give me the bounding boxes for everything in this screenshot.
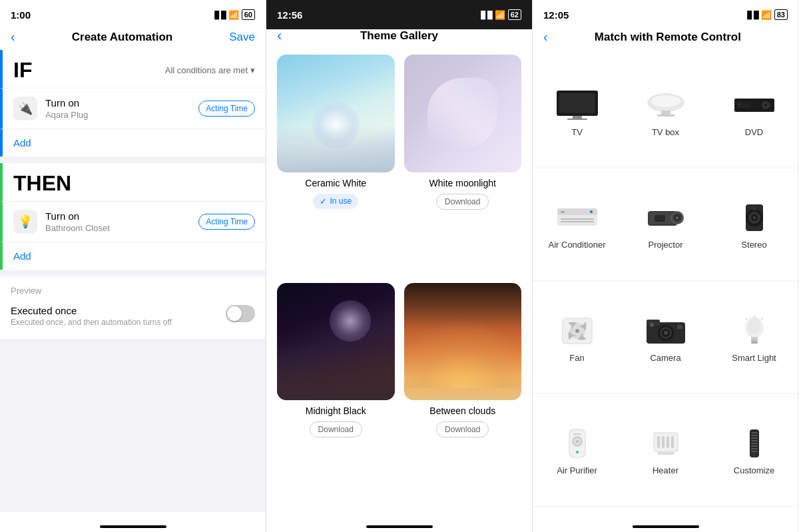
home-bar-2 bbox=[366, 525, 433, 528]
tv-icon bbox=[554, 89, 601, 122]
chevron-down-icon: ▾ bbox=[250, 65, 255, 75]
device-item-stereo[interactable]: Stereo bbox=[710, 168, 798, 282]
svg-rect-62 bbox=[662, 436, 665, 448]
svg-rect-6 bbox=[661, 111, 670, 115]
theme-card-ceramic[interactable]: Ceramic White ✓ In use bbox=[277, 55, 395, 274]
back-button-3[interactable]: ‹ bbox=[543, 29, 548, 45]
acting-time-badge-if[interactable]: Acting Time bbox=[198, 101, 255, 117]
add-if-button[interactable]: Add bbox=[0, 129, 266, 156]
svg-point-12 bbox=[764, 104, 767, 107]
svg-point-35 bbox=[575, 329, 579, 333]
device-item-tvbox[interactable]: TV box bbox=[621, 55, 710, 168]
battery-icon-3: 83 bbox=[774, 9, 788, 20]
executed-title: Executed once bbox=[11, 305, 172, 316]
device-label-smartlight: Smart Light bbox=[732, 353, 776, 363]
download-badge-midnight[interactable]: Download bbox=[310, 421, 362, 437]
home-indicator-2 bbox=[266, 512, 532, 532]
signal-icon-3: ▐▌█ bbox=[744, 11, 758, 19]
theme-card-clouds[interactable]: Between clouds Download bbox=[404, 283, 522, 502]
panel-theme-gallery: 12:56 ▐▌█ 📶 62 ‹ Theme Gallery Ceramic W… bbox=[266, 0, 533, 532]
theme-name-moonlight: White moonlight bbox=[429, 178, 496, 188]
svg-rect-42 bbox=[677, 325, 682, 329]
theme-image-ceramic bbox=[277, 55, 395, 172]
download-badge-clouds[interactable]: Download bbox=[436, 421, 489, 437]
device-item-camera[interactable]: Camera bbox=[621, 281, 710, 394]
back-button-2[interactable]: ‹ bbox=[277, 27, 282, 45]
status-icons-3: ▐▌█ 📶 83 bbox=[744, 9, 788, 20]
if-item-action: Turn on bbox=[45, 97, 190, 109]
svg-rect-7 bbox=[657, 115, 674, 117]
device-label-stereo: Stereo bbox=[741, 240, 766, 250]
wifi-icon-3: 📶 bbox=[761, 10, 772, 20]
svg-point-5 bbox=[651, 95, 680, 107]
add-then-button[interactable]: Add bbox=[0, 242, 266, 270]
panel-remote-control: 12:05 ▐▌█ 📶 83 ‹ Match with Remote Contr… bbox=[533, 0, 799, 532]
nav-bar-2: ‹ Theme Gallery bbox=[266, 29, 532, 48]
device-item-customize[interactable]: Customize bbox=[710, 394, 798, 507]
svg-point-30 bbox=[753, 216, 756, 219]
device-item-projector[interactable]: Projector bbox=[621, 168, 710, 282]
svg-rect-67 bbox=[751, 432, 758, 433]
then-automation-item[interactable]: 💡 Turn on Bathroom Closet Acting Time bbox=[0, 201, 266, 242]
svg-rect-64 bbox=[671, 436, 674, 448]
device-label-tvbox: TV box bbox=[652, 127, 679, 137]
home-indicator-3 bbox=[533, 512, 798, 532]
svg-rect-65 bbox=[657, 452, 674, 455]
theme-name-midnight: Midnight Black bbox=[306, 405, 366, 416]
device-item-smartlight[interactable]: Smart Light bbox=[710, 281, 798, 394]
page-title-3: Match with Remote Control bbox=[548, 31, 788, 44]
conditions-met[interactable]: All conditions are met ▾ bbox=[165, 65, 255, 75]
if-section: IF All conditions are met ▾ 🔌 Turn on Aq… bbox=[0, 50, 266, 156]
status-icons-2: ▐▌█ 📶 62 bbox=[478, 9, 521, 20]
then-item-action: Turn on bbox=[45, 210, 190, 222]
device-label-camera: Camera bbox=[650, 353, 680, 363]
device-item-tv[interactable]: TV bbox=[533, 55, 621, 168]
in-use-label: In use bbox=[330, 196, 352, 206]
nav-bar-1: ‹ Create Automation Save bbox=[0, 29, 266, 50]
svg-rect-70 bbox=[751, 440, 758, 441]
wifi-icon-2: 📶 bbox=[495, 10, 505, 20]
if-item-info: Turn on Aqara Plug bbox=[45, 97, 190, 120]
stereo-icon bbox=[731, 201, 778, 234]
acting-time-badge-then[interactable]: Acting Time bbox=[198, 214, 255, 230]
svg-rect-17 bbox=[561, 211, 565, 213]
smartlight-icon bbox=[731, 314, 778, 348]
device-item-airpurifier[interactable]: Air Purifier bbox=[533, 394, 621, 507]
svg-rect-47 bbox=[751, 340, 758, 342]
theme-card-moonlight[interactable]: White moonlight Download bbox=[404, 55, 522, 274]
svg-line-50 bbox=[762, 318, 763, 320]
back-button-1[interactable]: ‹ bbox=[11, 29, 15, 45]
svg-point-43 bbox=[650, 323, 654, 327]
signal-icon-2: ▐▌█ bbox=[478, 11, 491, 19]
fan-icon bbox=[554, 314, 601, 348]
download-badge-moonlight[interactable]: Download bbox=[436, 194, 489, 210]
preview-title: Preview bbox=[11, 286, 255, 296]
svg-point-41 bbox=[664, 331, 668, 335]
device-label-customize: Customize bbox=[734, 465, 774, 475]
save-button[interactable]: Save bbox=[229, 31, 255, 44]
home-bar-3 bbox=[633, 525, 699, 528]
if-automation-item[interactable]: 🔌 Turn on Aqara Plug Acting Time bbox=[0, 88, 266, 129]
preview-section: Preview Executed once Executed once, and… bbox=[0, 276, 266, 339]
device-grid: TV TV box bbox=[533, 50, 798, 512]
then-header: THEN bbox=[0, 163, 266, 201]
svg-rect-58 bbox=[573, 433, 581, 435]
page-title-2: Theme Gallery bbox=[360, 29, 438, 43]
executed-toggle[interactable] bbox=[226, 305, 255, 322]
svg-rect-69 bbox=[751, 437, 758, 439]
toggle-knob bbox=[227, 306, 242, 321]
device-item-dvd[interactable]: DVD bbox=[710, 55, 798, 168]
in-use-badge: ✓ In use bbox=[313, 194, 358, 209]
device-item-ac[interactable]: Air Conditioner bbox=[533, 168, 621, 282]
svg-point-75 bbox=[752, 453, 756, 457]
customize-icon bbox=[731, 427, 778, 460]
device-item-heater[interactable]: Heater bbox=[621, 394, 710, 507]
device-label-airpurifier: Air Purifier bbox=[557, 465, 597, 475]
heater-icon bbox=[643, 427, 689, 460]
theme-name-clouds: Between clouds bbox=[429, 405, 495, 416]
then-item-device: Bathroom Closet bbox=[45, 223, 190, 233]
device-item-fan[interactable]: Fan bbox=[533, 281, 621, 394]
theme-card-midnight[interactable]: Midnight Black Download bbox=[277, 283, 395, 502]
camera-icon bbox=[643, 314, 689, 348]
add-if-label: Add bbox=[13, 137, 31, 148]
